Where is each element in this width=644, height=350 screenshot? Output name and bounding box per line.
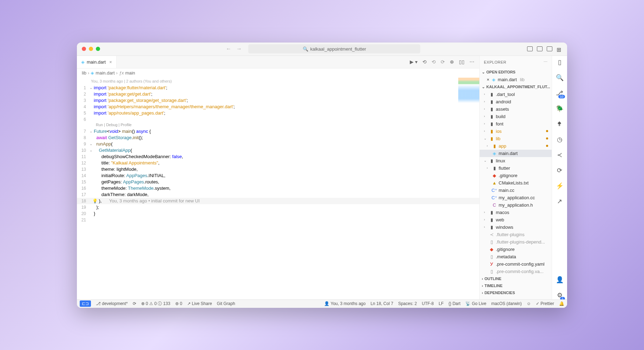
folder-icon: ▮ xyxy=(489,92,494,97)
history-icon[interactable]: ⟳ xyxy=(556,166,564,175)
file-icon: ▯ xyxy=(489,254,494,259)
git-icon: ◆ xyxy=(492,173,497,178)
timeline-section[interactable]: ›TIMELINE xyxy=(480,282,552,289)
scm-badge: 10 xyxy=(558,95,565,98)
folder-ios[interactable]: ›▮ios xyxy=(480,128,552,135)
thunder-icon[interactable]: ⚡ xyxy=(556,182,564,190)
remote-button[interactable]: ⊏⊐ xyxy=(80,300,91,307)
file-flutter-plugins-d[interactable]: ▯.flutter-plugins-depend... xyxy=(480,238,552,246)
file-myapp-h[interactable]: Cmy_application.h xyxy=(480,201,552,209)
eol-status[interactable]: LF xyxy=(439,301,443,306)
tab-close-icon[interactable]: × xyxy=(109,59,112,65)
sync-status[interactable]: ⟳ xyxy=(133,301,136,306)
live-share-button[interactable]: ↗ Live Share xyxy=(187,301,212,306)
more-icon[interactable]: ⋯ xyxy=(544,60,548,64)
command-search[interactable]: 🔍 kalkaal_appointment_flutter xyxy=(248,44,420,53)
problems-status[interactable]: ⊗ 0 ⚠ 0 ⓘ 133 xyxy=(141,301,170,307)
tab-main-dart[interactable]: ◈ main.dart × xyxy=(77,56,117,69)
dart-icon: ◈ xyxy=(81,59,85,65)
file-precommit2[interactable]: ▯.pre-commit-config.va... xyxy=(480,268,552,275)
go-live-button[interactable]: 📡 Go Live xyxy=(465,301,486,306)
close-icon[interactable]: × xyxy=(487,77,489,82)
folder-web[interactable]: ›▮web xyxy=(480,216,552,223)
file-gitignore-root[interactable]: ◆.gitignore xyxy=(480,246,552,253)
minimap[interactable] xyxy=(458,78,479,120)
file-myapp-cc[interactable]: C⁺my_application.cc xyxy=(480,194,552,201)
prettier-status[interactable]: ✓ Prettier xyxy=(536,301,554,306)
function-icon: ƒx xyxy=(119,70,124,76)
code-content: 1⌄import 'package:flutter/material.dart'… xyxy=(77,78,479,223)
files-icon[interactable]: ▯ xyxy=(556,58,564,66)
folder-linux[interactable]: ⌄▮linux xyxy=(480,157,552,164)
folder-assets[interactable]: ›▮assets xyxy=(480,105,552,113)
file-flutter-plugins[interactable]: ≺.flutter-plugins xyxy=(480,231,552,238)
forward-icon[interactable]: → xyxy=(236,46,242,52)
search-icon[interactable]: 🔍 xyxy=(556,73,564,82)
breadcrumb-file[interactable]: main.dart xyxy=(96,70,114,76)
indent-status[interactable]: Spaces: 2 xyxy=(398,301,417,306)
debug-restart-icon[interactable]: ⟲ xyxy=(422,59,427,65)
code-editor[interactable]: You, 3 months ago | 2 authors (You and o… xyxy=(77,78,479,299)
copilot-icon[interactable]: ☺ xyxy=(527,301,531,306)
folder-build[interactable]: ›▮build xyxy=(480,113,552,120)
back-icon[interactable]: ← xyxy=(226,46,231,52)
folder-macos[interactable]: ›▮macos xyxy=(480,209,552,216)
file-metadata[interactable]: ▯.metadata xyxy=(480,253,552,260)
flutter-icon[interactable]: ≺ xyxy=(556,151,564,159)
blame-status[interactable]: 👤 You, 3 months ago xyxy=(324,301,366,306)
folder-flutter[interactable]: ›▮flutter xyxy=(480,164,552,172)
branch-status[interactable]: ⎇ development* xyxy=(96,301,128,306)
maximize-window-button[interactable] xyxy=(96,47,100,51)
language-status[interactable]: {} Dart xyxy=(448,301,460,306)
breadcrumb[interactable]: lib › ◈ main.dart › ƒx main xyxy=(77,69,479,78)
folder-android[interactable]: ›▮android xyxy=(480,98,552,105)
share-icon[interactable]: ↗ xyxy=(556,197,564,206)
compare-icon[interactable]: ⊕ xyxy=(450,59,454,65)
run-icon[interactable]: ▶ ▾ xyxy=(410,59,418,65)
cursor-position[interactable]: Ln 18, Col 7 xyxy=(370,301,393,306)
settings-icon[interactable]: ⚙1 xyxy=(556,291,564,299)
codelens[interactable]: Run | Debug | Profile xyxy=(77,123,479,128)
folder-lib[interactable]: ⌄▮lib xyxy=(480,135,552,142)
outline-section[interactable]: ›OUTLINE xyxy=(480,275,552,282)
source-control-icon[interactable]: ⎇10 xyxy=(556,89,564,97)
dart-errors[interactable]: ⊛ 0 xyxy=(175,301,182,306)
file-cmakelists[interactable]: ▲CMakeLists.txt xyxy=(480,179,552,187)
breadcrumb-symbol[interactable]: main xyxy=(125,70,135,76)
git-graph-button[interactable]: Git Graph xyxy=(217,301,235,306)
close-window-button[interactable] xyxy=(82,47,86,51)
debug-icon[interactable]: 🪲 xyxy=(556,104,564,113)
lightbulb-icon[interactable]: 💡 xyxy=(92,198,98,204)
os-status[interactable]: macOS (darwin) xyxy=(491,301,522,306)
layout-grid-icon[interactable]: ⊞ xyxy=(557,46,562,51)
timeline-icon[interactable]: ◷ xyxy=(556,135,564,144)
yaml-icon: У xyxy=(489,261,494,267)
testing-icon[interactable]: ⧪ xyxy=(556,120,564,128)
open-editors-section[interactable]: ⌄OPEN EDITORS xyxy=(480,69,552,76)
cpp-icon: C⁺ xyxy=(492,188,497,193)
breadcrumb-lib[interactable]: lib xyxy=(82,70,86,76)
folder-font[interactable]: ›▮font xyxy=(480,120,552,128)
panel-bottom-icon[interactable] xyxy=(537,46,543,51)
panel-left-icon[interactable] xyxy=(527,46,533,51)
folder-dart-tool[interactable]: ›▮.dart_tool xyxy=(480,91,552,98)
open-editor-item[interactable]: × ◈ main.dart lib xyxy=(480,76,552,83)
dependencies-section[interactable]: ›DEPENDENCIES xyxy=(480,289,552,296)
folder-windows[interactable]: ›▮windows xyxy=(480,223,552,231)
notifications-icon[interactable]: 🔔 xyxy=(559,301,564,306)
encoding-status[interactable]: UTF-8 xyxy=(422,301,434,306)
minimize-window-button[interactable] xyxy=(89,47,93,51)
split-icon[interactable]: ▯▯ xyxy=(459,59,465,65)
folder-app[interactable]: ›▮app xyxy=(480,142,552,150)
go-back-icon[interactable]: ⟲ xyxy=(432,59,436,65)
go-forward-icon[interactable]: ⟳ xyxy=(441,59,445,65)
file-main-cc[interactable]: C⁺main.cc xyxy=(480,187,552,194)
more-icon[interactable]: ⋯ xyxy=(469,59,474,65)
panel-right-icon[interactable] xyxy=(547,46,552,51)
project-root-section[interactable]: ⌄KALKAAL_APPOINTMENT_FLUT... xyxy=(480,83,552,91)
account-icon[interactable]: 👤 xyxy=(556,276,564,284)
folder-icon: ▮ xyxy=(489,210,494,215)
file-main-dart[interactable]: ◈main.dart xyxy=(480,150,552,157)
file-precommit[interactable]: У.pre-commit-config.yaml xyxy=(480,260,552,268)
file-gitignore[interactable]: ◆.gitignore xyxy=(480,172,552,179)
